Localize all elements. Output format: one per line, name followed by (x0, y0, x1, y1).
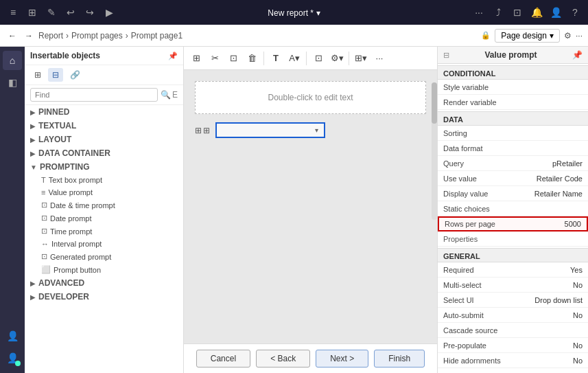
tb-color-btn[interactable]: A▾ (286, 50, 303, 67)
menu-icon[interactable]: ≡ (5, 5, 21, 20)
value-dropdown[interactable]: ▾ (215, 122, 325, 138)
forward-button[interactable]: → (22, 31, 36, 41)
display-icon[interactable]: ⊡ (510, 5, 525, 20)
user-icon[interactable]: 👤 (548, 5, 563, 20)
child-date-prompt[interactable]: ⊡ Date prompt (25, 212, 183, 225)
display-value-value: Retailer Name (534, 190, 583, 198)
rows-per-page-value: 5000 (565, 220, 581, 228)
query-value: pRetailer (552, 159, 583, 168)
auto-submit-label: Auto-submit (443, 311, 573, 319)
child-interval-prompt[interactable]: ↔ Interval prompt (25, 238, 183, 250)
section-layout[interactable]: ▶ LAYOUT (25, 133, 183, 146)
panel-tab-1[interactable]: ⊟ (48, 68, 63, 82)
back-button[interactable]: ← (5, 31, 19, 41)
date-time-prompt-icon: ⊡ (41, 201, 47, 210)
cascade-source-label: Cascade source (443, 326, 583, 335)
pinned-arrow: ▶ (30, 109, 36, 116)
share-icon[interactable]: ⤴ (491, 5, 506, 20)
tb-insert-btn[interactable]: ⊞▾ (353, 50, 369, 67)
more-nav-icon[interactable]: ··· (576, 31, 583, 41)
help-icon[interactable]: ? (567, 5, 583, 20)
prop-multi-select: Multi-select No (438, 278, 588, 293)
tb-cut-btn[interactable]: ✂ (207, 50, 223, 67)
multi-select-value: No (573, 281, 583, 289)
cancel-button[interactable]: Cancel (196, 350, 250, 368)
section-textual[interactable]: ▶ TEXTUAL (25, 119, 183, 133)
more-icon[interactable]: ··· (471, 5, 486, 20)
time-prompt-label: Time prompt (50, 227, 92, 236)
right-panel: ⊟ Value prompt 📌 CONDITIONAL Style varia… (437, 47, 588, 373)
tb-table-btn[interactable]: ⊡ (310, 50, 327, 67)
tb-sep-2 (306, 52, 307, 65)
edit-icon[interactable]: ✎ (44, 5, 59, 20)
search-input[interactable] (30, 88, 158, 102)
strip-user-add-icon[interactable]: 👤 (3, 326, 22, 346)
prop-static-choices: Static choices (438, 201, 588, 216)
edit-text-label: Double-click to edit text (268, 93, 353, 102)
tb-copy-btn[interactable]: ⊡ (225, 50, 242, 67)
scrollbar-thumb[interactable] (432, 82, 437, 124)
tb-move-btn[interactable]: ⊞ (188, 50, 204, 67)
child-time-prompt[interactable]: ⊡ Time prompt (25, 225, 183, 238)
dropdown-left-icons: ⊞ ⊞ (195, 126, 210, 135)
data-container-arrow: ▶ (30, 150, 36, 157)
run-icon[interactable]: ▶ (102, 5, 117, 20)
grid-icon-small: ⊞ (195, 126, 202, 135)
prop-rows-per-page[interactable]: Rows per page 5000 (438, 216, 588, 231)
child-date-time-prompt[interactable]: ⊡ Date & time prompt (25, 199, 183, 212)
time-prompt-icon: ⊡ (41, 227, 47, 236)
panel-tab-0[interactable]: ⊞ (30, 68, 45, 82)
next-button[interactable]: Next > (316, 350, 368, 368)
section-prompting[interactable]: ▼ PROMPTING (25, 160, 183, 174)
panel-tab-2[interactable]: 🔗 (66, 68, 84, 82)
textual-arrow: ▶ (30, 122, 36, 130)
interval-prompt-icon: ↔ (41, 240, 49, 248)
strip-dot-icon[interactable]: 👤 (3, 348, 22, 368)
child-prompt-button[interactable]: ⬜ Prompt button (25, 263, 183, 276)
breadcrumb-prompt-pages[interactable]: Prompt pages (71, 31, 123, 41)
prompting-label: PROMPTING (40, 162, 90, 172)
prop-auto-submit: Auto-submit No (438, 308, 588, 323)
app-title: New report * ▾ (121, 8, 467, 18)
search-icon[interactable]: 🔍 (161, 90, 171, 100)
tb-options-btn[interactable]: ⚙▾ (329, 50, 345, 67)
page-design-button[interactable]: Page design ▾ (495, 29, 560, 43)
section-advanced[interactable]: ▶ ADVANCED (25, 276, 183, 290)
tb-more-btn[interactable]: ··· (371, 50, 388, 67)
redo-icon[interactable]: ↪ (82, 5, 97, 20)
bell-icon[interactable]: 🔔 (529, 5, 544, 20)
finish-button[interactable]: Finish (374, 350, 425, 368)
text-placeholder[interactable]: Double-click to edit text (195, 81, 426, 114)
required-value: Yes (570, 266, 583, 274)
prop-render-variable: Render variable (438, 95, 588, 110)
grid-icon[interactable]: ⊞ (25, 5, 40, 20)
prop-hide-adornments: Hide adornments No (438, 353, 588, 368)
left-panel: Insertable objects 📌 ⊞ ⊟ 🔗 🔍 E ▶ PINNED … (25, 47, 184, 373)
section-developer[interactable]: ▶ DEVELOPER (25, 290, 183, 304)
filter-icon[interactable]: E (172, 90, 178, 100)
child-text-box-prompt[interactable]: T Text box prompt (25, 174, 183, 186)
center-panel: ⊞ ✂ ⊡ 🗑 T A▾ ⊡ ⚙▾ ⊞▾ ··· Double-click to… (184, 47, 437, 373)
back-button[interactable]: < Back (256, 350, 310, 368)
nav-bar: ← → Report › Prompt pages › Prompt page1… (0, 25, 588, 47)
strip-panel-icon[interactable]: ◧ (3, 73, 22, 92)
prop-sorting: Sorting (438, 126, 588, 141)
data-format-label: Data format (443, 144, 583, 152)
tb-text-btn[interactable]: T (268, 50, 284, 67)
tb-delete-btn[interactable]: 🗑 (244, 50, 260, 67)
page-design-dropdown-icon: ▾ (550, 31, 554, 41)
undo-icon[interactable]: ↩ (63, 5, 78, 20)
right-panel-pin-icon[interactable]: 📌 (572, 50, 583, 60)
section-pinned[interactable]: ▶ PINNED (25, 105, 183, 119)
child-value-prompt[interactable]: ≡ Value prompt (25, 186, 183, 199)
title-dropdown-icon[interactable]: ▾ (316, 8, 320, 18)
pin-icon[interactable]: 📌 (168, 52, 178, 60)
breadcrumb-report[interactable]: Report (38, 31, 63, 41)
strip-home-icon[interactable]: ⌂ (3, 51, 22, 70)
child-generated-prompt[interactable]: ⊡ Generated prompt (25, 250, 183, 263)
settings-icon[interactable]: ⚙ (564, 31, 572, 41)
prop-use-value: Use value Retailer Code (438, 171, 588, 186)
prop-select-ui: Select UI Drop down list (438, 293, 588, 308)
section-data-container[interactable]: ▶ DATA CONTAINER (25, 146, 183, 160)
breadcrumb-prompt-page1[interactable]: Prompt page1 (131, 31, 183, 41)
